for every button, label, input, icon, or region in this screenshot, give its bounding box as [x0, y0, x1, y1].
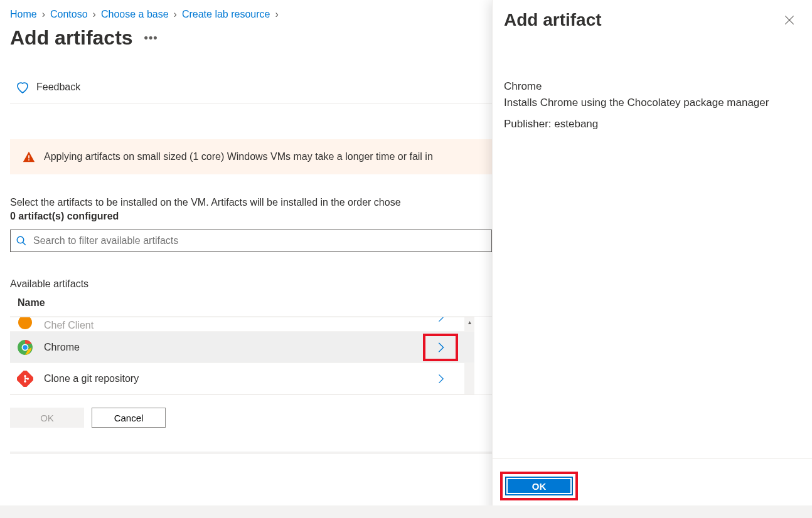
chevron-right-icon: › — [42, 9, 45, 20]
configured-count: 0 artifact(s) configured — [10, 211, 502, 222]
footer-bar: OK Cancel — [10, 394, 502, 440]
breadcrumb: Home › Contoso › Choose a base › Create … — [10, 9, 502, 20]
chevron-right-icon: › — [174, 9, 177, 20]
more-menu-icon[interactable]: ••• — [144, 31, 158, 45]
panel-ok-button[interactable]: OK — [505, 477, 573, 495]
ok-button: OK — [10, 408, 84, 428]
warning-banner: Applying artifacts on small sized (1 cor… — [10, 139, 502, 174]
instructions-text: Select the artifacts to be installed on … — [10, 197, 502, 208]
svg-rect-0 — [28, 156, 29, 159]
git-icon — [16, 370, 34, 388]
breadcrumb-contoso[interactable]: Contoso — [50, 9, 88, 20]
chevron-right-icon: › — [93, 9, 96, 20]
artifact-name: Chrome — [44, 342, 423, 353]
available-artifacts-label: Available artifacts — [10, 278, 502, 290]
breadcrumb-create-lab[interactable]: Create lab resource — [182, 9, 270, 20]
warning-icon — [23, 151, 35, 163]
breadcrumb-home[interactable]: Home — [10, 9, 37, 20]
search-field[interactable] — [32, 235, 486, 247]
breadcrumb-choose-base[interactable]: Choose a base — [101, 9, 169, 20]
chevron-right-icon: › — [275, 9, 278, 20]
artifact-name: Chef Client — [44, 320, 423, 331]
artifact-row[interactable]: Chef Client — [10, 317, 474, 332]
artifact-detail-publisher: Publisher: estebang — [504, 118, 801, 130]
svg-line-3 — [23, 242, 26, 245]
name-column-header[interactable]: Name — [10, 290, 502, 317]
panel-title: Add artifact — [504, 10, 602, 30]
chef-icon — [16, 317, 34, 331]
feedback-button[interactable]: Feedback — [10, 75, 502, 104]
chevron-right-icon[interactable] — [434, 341, 447, 354]
chevron-right-icon[interactable] — [434, 373, 447, 385]
svg-line-13 — [25, 378, 28, 378]
artifact-detail-name: Chrome — [504, 80, 801, 93]
chrome-icon — [16, 339, 34, 356]
artifact-list: ▴ Chef Client — [10, 317, 474, 394]
artifact-row-chrome[interactable]: Chrome — [10, 332, 474, 363]
search-input[interactable] — [10, 230, 492, 252]
svg-point-7 — [23, 345, 28, 350]
artifact-detail-description: Installs Chrome using the Chocolatey pac… — [504, 97, 801, 109]
heart-icon — [15, 80, 30, 95]
artifact-name: Clone a git repository — [44, 373, 423, 384]
search-icon — [16, 235, 27, 246]
svg-rect-1 — [28, 159, 29, 161]
svg-point-2 — [17, 236, 24, 243]
page-title: Add artifacts ••• — [10, 26, 502, 50]
artifact-row-git[interactable]: Clone a git repository — [10, 363, 474, 394]
cancel-button[interactable]: Cancel — [92, 408, 166, 428]
chevron-right-icon[interactable] — [434, 317, 447, 324]
svg-point-4 — [18, 317, 32, 329]
highlighted-ok: OK — [500, 472, 578, 500]
add-artifact-panel: Add artifact Chrome Installs Chrome usin… — [492, 0, 812, 518]
close-icon[interactable] — [783, 14, 796, 26]
highlighted-action — [423, 334, 458, 361]
